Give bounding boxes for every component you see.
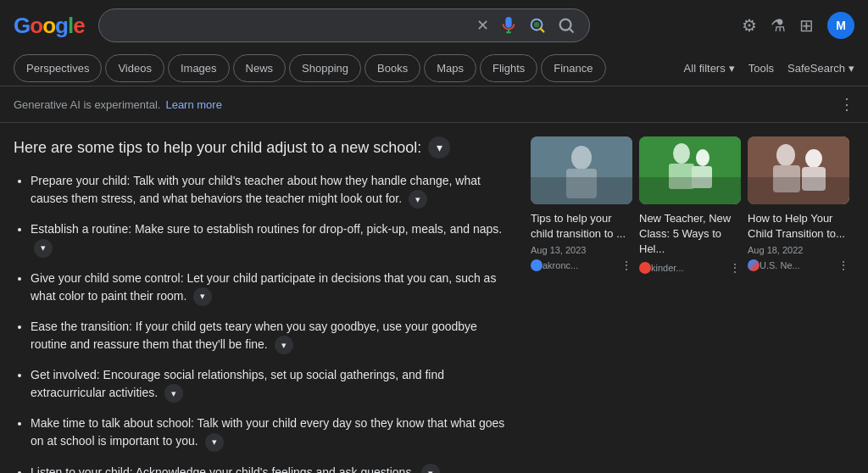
- ai-answer-heading-text: Here are some tips to help your child ad…: [14, 139, 421, 157]
- logo-g2: g: [55, 13, 68, 39]
- settings-button[interactable]: ⚙: [742, 15, 757, 36]
- lens-icon: [528, 16, 547, 35]
- close-icon: ✕: [476, 16, 489, 35]
- nav-bar: Perspectives Videos Images News Shopping…: [0, 51, 868, 86]
- tip-expand-button-4[interactable]: ▾: [275, 336, 293, 354]
- tips-list: Prepare your child: Talk with your child…: [14, 172, 514, 473]
- safe-search-button[interactable]: SafeSearch ▾: [787, 62, 854, 75]
- apps-icon: ⊞: [799, 15, 814, 36]
- svg-point-9: [696, 149, 709, 166]
- tab-perspectives[interactable]: Perspectives: [14, 54, 102, 82]
- ai-answer-heading: Here are some tips to help your child ad…: [14, 136, 514, 159]
- tip-expand-button-1[interactable]: ▾: [409, 190, 427, 209]
- all-filters-button[interactable]: All filters ▾: [684, 62, 735, 75]
- svg-rect-15: [802, 167, 826, 191]
- search-icon: [557, 16, 576, 35]
- card-more-button-2[interactable]: ⋮: [729, 261, 741, 275]
- card-title-3: How to Help Your Child Transition to...: [748, 211, 849, 242]
- tab-flights[interactable]: Flights: [480, 54, 537, 82]
- card-image-3: [748, 136, 849, 204]
- mic-icon: [499, 16, 518, 35]
- voice-search-button[interactable]: [499, 16, 518, 35]
- card-title-2: New Teacher, New Class: 5 Ways to Hel...: [639, 211, 741, 258]
- labs-button[interactable]: ⚗: [771, 15, 786, 36]
- list-item: Establish a routine: Make sure to establ…: [31, 220, 514, 257]
- tools-button[interactable]: Tools: [748, 62, 774, 75]
- logo-g: G: [14, 13, 30, 39]
- list-item: Ease the transition: If your child gets …: [31, 318, 514, 354]
- list-item: Listen to your child: Acknowledge your c…: [31, 464, 514, 473]
- svg-point-4: [571, 146, 592, 170]
- tools-label: Tools: [748, 62, 774, 75]
- tab-finance[interactable]: Finance: [541, 54, 605, 82]
- list-item: Prepare your child: Talk with your child…: [31, 172, 514, 209]
- card-1[interactable]: Tips to help your child transition to ..…: [531, 136, 632, 272]
- left-panel: Here are some tips to help your child ad…: [14, 136, 514, 473]
- svg-point-14: [805, 149, 822, 168]
- chevron-down-icon: ▾: [729, 62, 735, 75]
- more-options-icon[interactable]: ⋮: [839, 95, 854, 114]
- card-image-2: [639, 136, 741, 204]
- card-source-row-3: U.S. Ne... ⋮: [748, 259, 849, 272]
- list-item: Get involved: Encourage social relations…: [31, 366, 514, 403]
- card-illustration-1: [531, 136, 632, 204]
- search-button[interactable]: [557, 16, 576, 35]
- labs-icon: ⚗: [771, 15, 786, 36]
- list-item: Give your child some control: Let your c…: [31, 270, 514, 306]
- card-source-row-1: akronc... ⋮: [531, 259, 632, 272]
- card-date-1: Aug 13, 2023: [531, 245, 632, 255]
- card-illustration-3: [748, 136, 849, 204]
- tab-news[interactable]: News: [233, 54, 287, 82]
- learn-more-link[interactable]: Learn more: [165, 98, 221, 111]
- logo-o2: o: [42, 13, 55, 39]
- tip-expand-button-7[interactable]: ▾: [421, 464, 440, 473]
- card-title-1: Tips to help your child transition to ..…: [531, 211, 632, 242]
- search-input[interactable]: tips for helping my child adjust to a ne…: [113, 19, 470, 33]
- search-bar: tips for helping my child adjust to a ne…: [98, 8, 590, 42]
- svg-rect-8: [669, 164, 694, 189]
- avatar[interactable]: M: [827, 12, 854, 39]
- card-3[interactable]: How to Help Your Child Transition to... …: [748, 136, 849, 272]
- google-logo: Google: [14, 13, 85, 39]
- all-filters-label: All filters: [684, 62, 726, 75]
- svg-rect-5: [566, 169, 597, 198]
- source-icon-3: [748, 259, 760, 271]
- card-image-1: [531, 136, 632, 204]
- card-source-1: akronc...: [542, 260, 578, 270]
- main-content: Here are some tips to help your child ad…: [0, 123, 868, 473]
- settings-icon: ⚙: [742, 15, 757, 36]
- card-illustration-2: [639, 136, 741, 204]
- header-right: ⚙ ⚗ ⊞ M: [742, 12, 854, 39]
- svg-point-12: [776, 144, 795, 166]
- chevron-down-icon-heading: ▾: [437, 141, 442, 154]
- tip-expand-button-3[interactable]: ▾: [193, 287, 212, 306]
- nav-right: All filters ▾ Tools SafeSearch ▾: [684, 62, 854, 75]
- tip-expand-button-6[interactable]: ▾: [205, 433, 224, 452]
- svg-rect-13: [773, 165, 800, 192]
- logo-o1: o: [30, 13, 42, 39]
- tab-images[interactable]: Images: [168, 54, 230, 82]
- ai-banner-text: Generative AI is experimental.: [14, 98, 160, 111]
- lens-search-button[interactable]: [528, 16, 547, 35]
- ai-banner: Generative AI is experimental. Learn mor…: [0, 86, 868, 123]
- card-more-button-1[interactable]: ⋮: [620, 259, 632, 272]
- svg-point-1: [533, 22, 538, 27]
- right-panel: Tips to help your child transition to ..…: [531, 136, 849, 473]
- tab-videos[interactable]: Videos: [105, 54, 164, 82]
- card-date-3: Aug 18, 2022: [748, 245, 849, 255]
- tab-shopping[interactable]: Shopping: [289, 54, 361, 82]
- card-source-2: kinder...: [651, 263, 684, 273]
- logo-e: e: [73, 13, 84, 39]
- header: Google tips for helping my child adjust …: [0, 0, 868, 51]
- tab-maps[interactable]: Maps: [424, 54, 476, 82]
- chevron-down-icon-safesearch: ▾: [849, 62, 854, 75]
- card-2[interactable]: New Teacher, New Class: 5 Ways to Hel...…: [639, 136, 741, 275]
- tab-books[interactable]: Books: [364, 54, 420, 82]
- clear-button[interactable]: ✕: [476, 16, 489, 35]
- tip-expand-button-2[interactable]: ▾: [34, 239, 53, 258]
- apps-button[interactable]: ⊞: [799, 15, 814, 36]
- card-more-button-3[interactable]: ⋮: [837, 259, 849, 272]
- expand-heading-button[interactable]: ▾: [428, 136, 450, 159]
- tip-expand-button-5[interactable]: ▾: [164, 384, 183, 403]
- safe-search-label: SafeSearch: [787, 62, 845, 75]
